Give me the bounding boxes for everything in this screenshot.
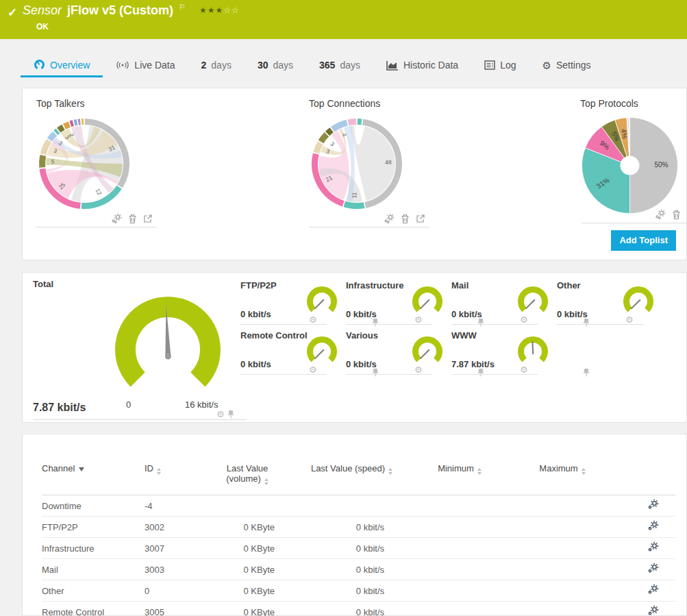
toplist-settings-icon[interactable] <box>655 209 666 220</box>
gauge-settings-icon[interactable]: ⚙ <box>520 315 528 324</box>
column-header-last-value-speed[interactable]: Last Value (speed) <box>295 463 408 495</box>
gauge-settings-icon[interactable]: ⚙ <box>309 315 317 324</box>
gauge-value: 0 kbit/s <box>240 359 271 369</box>
top-talkers-chord-chart[interactable]: 31122553332 <box>36 116 132 212</box>
tab-label: days <box>211 60 232 71</box>
tab-log[interactable]: Log <box>471 53 529 77</box>
svg-text:3: 3 <box>329 140 336 148</box>
cell-channel: Mail <box>42 559 145 580</box>
tab-label: days <box>340 60 360 71</box>
channel-gauge-block: Remote Control 0 kbit/s ⚙ <box>240 329 346 379</box>
page-title: jFlow v5 (Custom) <box>67 3 173 18</box>
tab-number: 365 <box>319 60 335 71</box>
table-row[interactable]: Other 0 0 KByte 0 kbit/s <box>42 580 675 602</box>
toplist-title: Top Protocols <box>580 98 687 109</box>
gauge-settings-icon[interactable]: ⚙ <box>520 365 528 374</box>
column-header-last-value-volume[interactable]: Last Value (volume) <box>199 463 295 495</box>
toplist-settings-icon[interactable] <box>111 213 122 224</box>
cell-last-value-speed: 0 kbit/s <box>295 602 408 616</box>
stars-empty[interactable]: ☆☆ <box>223 5 240 15</box>
tab-label: Historic Data <box>403 60 458 71</box>
gauge-settings-icon[interactable]: ⚙ <box>625 315 634 324</box>
top-connections-chord-chart[interactable]: 481121334 <box>309 116 405 212</box>
gauge-value: 0 kbit/s <box>451 309 482 319</box>
prtg-sensor-page: ✓ Sensor jFlow v5 (Custom) ⚐ ★★★☆☆ OK Ov… <box>0 0 687 616</box>
stars-filled[interactable]: ★★★ <box>199 5 223 15</box>
tab-label: Overview <box>50 60 90 71</box>
tab-number: 30 <box>258 60 268 71</box>
gear-icon: ⚙ <box>542 60 551 71</box>
cell-minimum <box>408 495 511 517</box>
gauge-settings-icon[interactable]: ⚙ <box>414 315 423 324</box>
tab-historic-data[interactable]: Historic Data <box>373 53 471 77</box>
channel-settings-icon[interactable] <box>647 605 659 616</box>
cell-last-value-volume: 0 KByte <box>199 602 295 616</box>
top-protocols-pie-chart[interactable]: 50%31%9%5%4% <box>580 116 679 215</box>
table-row[interactable]: Infrastructure 3007 0 KByte 0 kbit/s <box>42 538 675 559</box>
tab-2-days[interactable]: 2 days <box>188 53 245 77</box>
cell-maximum <box>511 538 614 559</box>
flag-icon[interactable]: ⚐ <box>179 3 186 12</box>
column-label: ID <box>145 463 153 473</box>
tab-overview[interactable]: Overview <box>21 53 103 77</box>
table-row[interactable]: FTP/P2P 3002 0 KByte 0 kbit/s <box>42 517 675 538</box>
sensor-title-line: Sensor jFlow v5 (Custom) ⚐ ★★★☆☆ <box>23 3 240 18</box>
gauge-actions: ⚙ <box>309 315 317 324</box>
channel-settings-icon[interactable] <box>647 563 659 574</box>
open-toplist-icon[interactable] <box>416 214 425 223</box>
svg-text:12: 12 <box>94 187 103 196</box>
delete-toplist-icon[interactable] <box>401 214 410 224</box>
cell-id: 0 <box>145 580 199 602</box>
table-row[interactable]: Mail 3003 0 KByte 0 kbit/s <box>42 559 675 580</box>
toplist-settings-icon[interactable] <box>384 213 395 224</box>
cell-channel: Infrastructure <box>42 538 145 559</box>
cell-last-value-volume: 0 KByte <box>199 580 295 602</box>
cell-last-value-volume: 0 KByte <box>199 538 295 559</box>
column-header-minimum[interactable]: Minimum <box>408 463 511 495</box>
cell-channel: Downtime <box>42 495 145 517</box>
gauge-settings-icon[interactable]: ⚙ <box>309 365 317 374</box>
cell-maximum <box>511 517 614 538</box>
gauge-value: 0 kbit/s <box>240 309 271 319</box>
tab-365-days[interactable]: 365 days <box>306 53 373 77</box>
channel-gauge-block: Various 0 kbit/s ⚙ <box>346 329 451 379</box>
pin-icon[interactable] <box>227 410 234 419</box>
cell-last-value-speed: 0 kbit/s <box>295 559 408 580</box>
delete-toplist-icon[interactable] <box>128 214 137 224</box>
tab-settings[interactable]: ⚙ Settings <box>529 53 603 77</box>
pin-icon[interactable] <box>583 368 590 377</box>
cell-id: 3005 <box>145 602 199 616</box>
total-gauge-block: Total 0 16 kbit/s 7.87 kbit/s ⚙ <box>33 279 259 417</box>
priority-stars[interactable]: ★★★☆☆ <box>199 5 240 15</box>
table-row[interactable]: Remote Control 3005 0 KByte 0 kbit/s <box>42 602 675 616</box>
open-toplist-icon[interactable] <box>143 214 153 223</box>
tab-30-days[interactable]: 30 days <box>245 53 306 77</box>
channel-settings-icon[interactable] <box>647 499 659 510</box>
column-label: Maximum <box>539 463 577 473</box>
channel-gauge-block: FTP/P2P 0 kbit/s ⚙ <box>240 279 346 329</box>
cell-minimum <box>408 517 511 538</box>
channel-settings-icon[interactable] <box>647 584 659 595</box>
gauge-settings-icon[interactable]: ⚙ <box>414 365 423 374</box>
broadcast-icon <box>116 60 129 70</box>
column-header-channel[interactable]: Channel <box>42 463 145 495</box>
table-row[interactable]: Downtime -4 <box>42 495 675 517</box>
cell-id: 3003 <box>145 559 199 580</box>
tab-label: Settings <box>556 60 591 71</box>
channel-settings-icon[interactable] <box>647 520 659 532</box>
divider <box>309 227 429 227</box>
tab-number: 2 <box>201 60 207 71</box>
column-header-actions <box>614 463 675 495</box>
cell-minimum <box>408 538 511 559</box>
gauge-actions: ⚙ <box>414 365 423 374</box>
column-label: (volume) <box>226 473 261 484</box>
gauge-actions: ⚙ <box>520 315 528 324</box>
column-header-maximum[interactable]: Maximum <box>511 463 614 495</box>
cell-actions <box>614 602 675 616</box>
channel-settings-icon[interactable] <box>647 541 659 553</box>
tab-live-data[interactable]: Live Data <box>103 53 188 77</box>
column-header-id[interactable]: ID <box>145 463 199 495</box>
delete-toplist-icon[interactable] <box>672 210 681 220</box>
add-toplist-button[interactable]: Add Toplist <box>611 230 676 251</box>
gauge-settings-icon[interactable]: ⚙ <box>216 410 225 419</box>
